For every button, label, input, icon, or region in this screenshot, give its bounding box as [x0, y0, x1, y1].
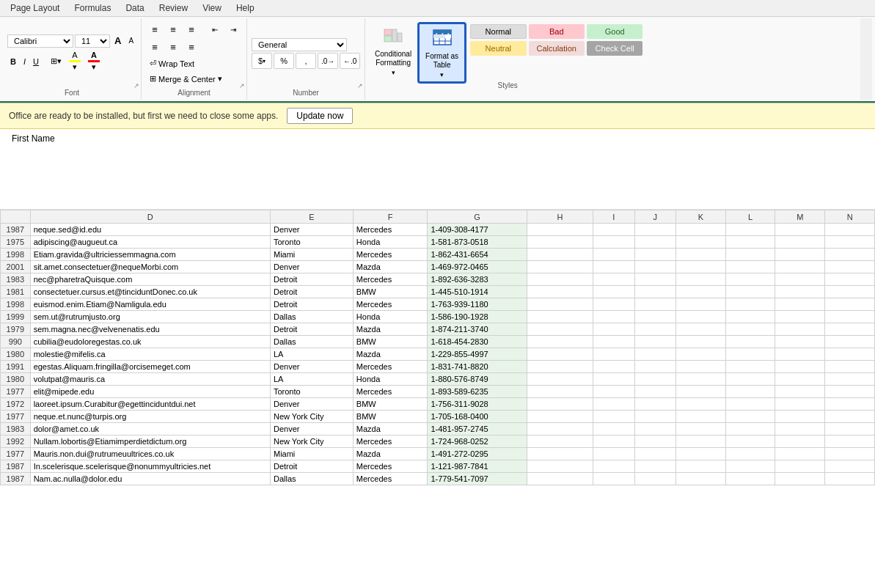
data-cell[interactable]: Denver [270, 261, 353, 273]
data-cell[interactable]: sem.magna.nec@velvenenatis.edu [30, 323, 270, 336]
update-now-button[interactable]: Update now [287, 108, 353, 124]
tab-data[interactable]: Data [118, 0, 151, 16]
data-cell[interactable]: Denver [270, 423, 353, 436]
data-cell[interactable]: 1-586-190-1928 [428, 311, 527, 323]
data-cell[interactable] [527, 311, 593, 323]
data-cell[interactable] [775, 224, 825, 236]
table-row[interactable]: 1987neque.sed@id.eduDenverMercedes1-409-… [1, 224, 875, 236]
data-cell[interactable]: 1-862-431-6654 [428, 249, 527, 261]
data-cell[interactable] [593, 323, 634, 336]
data-cell[interactable] [593, 448, 634, 460]
row-number-cell[interactable]: 1999 [1, 311, 31, 323]
data-cell[interactable] [676, 261, 726, 273]
data-cell[interactable] [825, 373, 875, 386]
data-cell[interactable] [527, 373, 593, 386]
data-cell[interactable]: Mercedes [353, 273, 428, 286]
data-cell[interactable] [527, 261, 593, 273]
table-row[interactable]: 1980molestie@mifelis.caLAMazda1-229-855-… [1, 348, 875, 361]
data-cell[interactable] [676, 373, 726, 386]
col-header-L[interactable]: L [725, 210, 775, 224]
data-cell[interactable] [634, 448, 676, 460]
data-cell[interactable] [825, 460, 875, 473]
data-cell[interactable] [527, 386, 593, 398]
data-cell[interactable] [676, 286, 726, 298]
data-cell[interactable] [527, 298, 593, 311]
data-cell[interactable] [593, 423, 634, 436]
data-cell[interactable] [527, 448, 593, 460]
data-cell[interactable] [676, 311, 726, 323]
table-row[interactable]: 1975adipiscing@augueut.caTorontoHonda1-5… [1, 236, 875, 249]
tab-page-layout[interactable]: Page Layout [3, 0, 67, 16]
data-cell[interactable] [527, 361, 593, 373]
align-right-button[interactable]: ≡ [183, 39, 200, 55]
data-cell[interactable]: Mauris.non.dui@rutrumeuultrices.co.uk [30, 448, 270, 460]
data-cell[interactable]: 1-705-168-0400 [428, 411, 527, 423]
data-cell[interactable] [634, 411, 676, 423]
data-cell[interactable]: Mercedes [353, 436, 428, 448]
data-cell[interactable]: Detroit [270, 273, 353, 286]
percent-button[interactable]: % [274, 53, 294, 69]
data-cell[interactable]: BMW [353, 398, 428, 411]
data-cell[interactable]: 1-121-987-7841 [428, 460, 527, 473]
data-cell[interactable] [527, 236, 593, 249]
data-cell[interactable] [527, 411, 593, 423]
data-cell[interactable] [527, 286, 593, 298]
data-cell[interactable] [527, 323, 593, 336]
data-cell[interactable]: Dallas [270, 311, 353, 323]
data-cell[interactable] [825, 261, 875, 273]
data-cell[interactable]: Mercedes [353, 473, 428, 485]
data-cell[interactable] [593, 336, 634, 348]
data-cell[interactable] [676, 460, 726, 473]
data-cell[interactable]: egestas.Aliquam.fringilla@orcisemeget.co… [30, 361, 270, 373]
table-row[interactable]: 1977neque.et.nunc@turpis.orgNew York Cit… [1, 411, 875, 423]
table-row[interactable]: 1987Nam.ac.nulla@dolor.eduDallasMercedes… [1, 473, 875, 485]
data-cell[interactable]: Denver [270, 224, 353, 236]
data-cell[interactable] [676, 361, 726, 373]
font-dialog-icon[interactable]: ↗ [133, 82, 139, 89]
data-cell[interactable]: BMW [353, 286, 428, 298]
data-cell[interactable] [593, 249, 634, 261]
table-row[interactable]: 1977elit@mipede.eduTorontoMercedes1-893-… [1, 386, 875, 398]
data-cell[interactable]: Honda [353, 373, 428, 386]
font-color-button[interactable]: A ▾ [85, 49, 103, 73]
data-cell[interactable] [725, 373, 775, 386]
data-cell[interactable] [825, 298, 875, 311]
data-cell[interactable] [725, 236, 775, 249]
data-cell[interactable]: Mercedes [353, 386, 428, 398]
data-cell[interactable] [725, 286, 775, 298]
tab-help[interactable]: Help [229, 0, 262, 16]
data-cell[interactable] [775, 423, 825, 436]
data-cell[interactable] [725, 436, 775, 448]
data-cell[interactable] [725, 261, 775, 273]
data-cell[interactable]: neque.sed@id.edu [30, 224, 270, 236]
data-cell[interactable] [634, 460, 676, 473]
data-cell[interactable]: cubilia@eudoloregestas.co.uk [30, 336, 270, 348]
data-cell[interactable] [775, 411, 825, 423]
data-cell[interactable] [634, 348, 676, 361]
data-cell[interactable]: Mazda [353, 261, 428, 273]
data-cell[interactable]: 1-892-636-3283 [428, 273, 527, 286]
col-header-H[interactable]: H [527, 210, 593, 224]
data-cell[interactable] [676, 398, 726, 411]
data-cell[interactable]: 1-763-939-1180 [428, 298, 527, 311]
comma-button[interactable]: , [296, 53, 316, 69]
data-cell[interactable]: molestie@mifelis.ca [30, 348, 270, 361]
bold-button[interactable]: B [7, 56, 19, 67]
dollar-button[interactable]: $ ▾ [252, 53, 272, 69]
data-cell[interactable] [825, 286, 875, 298]
data-cell[interactable]: Nullam.lobortis@Etiamimperdietdictum.org [30, 436, 270, 448]
table-row[interactable]: 1980volutpat@mauris.caLAHonda1-880-576-8… [1, 373, 875, 386]
data-cell[interactable] [593, 373, 634, 386]
data-cell[interactable] [825, 386, 875, 398]
data-cell[interactable]: 1-618-454-2830 [428, 336, 527, 348]
data-cell[interactable] [593, 236, 634, 249]
data-cell[interactable]: BMW [353, 336, 428, 348]
data-cell[interactable]: Mazda [353, 423, 428, 436]
data-cell[interactable] [775, 336, 825, 348]
data-cell[interactable] [634, 436, 676, 448]
data-cell[interactable]: Detroit [270, 323, 353, 336]
data-cell[interactable]: 1-779-541-7097 [428, 473, 527, 485]
data-cell[interactable]: 1-409-308-4177 [428, 224, 527, 236]
data-cell[interactable] [825, 423, 875, 436]
data-cell[interactable]: LA [270, 373, 353, 386]
